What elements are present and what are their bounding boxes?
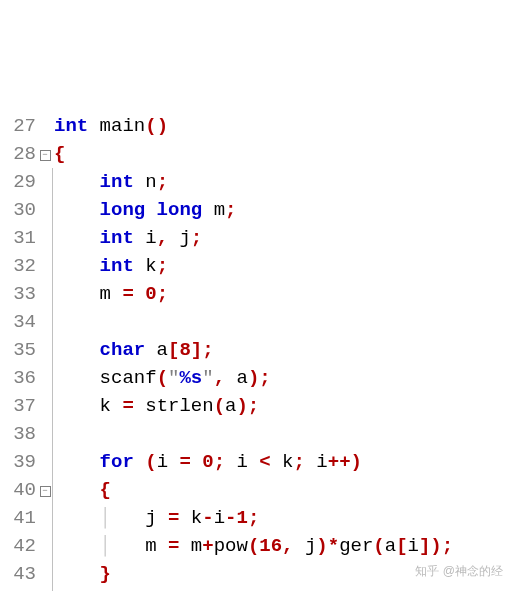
token-punct: ; — [248, 507, 259, 529]
token-str: " — [202, 367, 213, 389]
token-id: m — [179, 535, 202, 557]
token-op: - — [225, 507, 236, 529]
line-number: 37 — [0, 392, 38, 420]
token-id: a — [225, 367, 248, 389]
token-num: 8 — [179, 339, 190, 361]
token-id: main — [88, 115, 145, 137]
fold-guide — [52, 392, 53, 420]
code-content[interactable]: │ m = m+pow(16, j)*ger(a[i]); — [54, 532, 515, 560]
token-op: = — [179, 451, 190, 473]
token-id: m — [202, 199, 225, 221]
token-id — [134, 451, 145, 473]
token-id: j — [111, 507, 168, 529]
collapse-icon[interactable]: − — [40, 150, 51, 161]
fold-guide — [52, 448, 53, 476]
watermark: 知乎 @神念的经 — [415, 557, 503, 585]
fold-gutter[interactable]: − — [38, 140, 52, 168]
token-id: scanf — [54, 367, 157, 389]
token-punct: ) — [316, 535, 327, 557]
fold-guide — [52, 112, 53, 140]
code-content[interactable]: int n; — [54, 168, 515, 196]
token-id — [54, 507, 100, 529]
code-content[interactable]: long long m; — [54, 196, 515, 224]
code-line[interactable]: 40− { — [0, 476, 515, 504]
code-line[interactable]: 32 int k; — [0, 252, 515, 280]
line-number: 33 — [0, 280, 38, 308]
token-op: * — [328, 535, 339, 557]
token-id — [54, 535, 100, 557]
token-fmt: %s — [179, 367, 202, 389]
code-line[interactable]: 28−{ — [0, 140, 515, 168]
token-punct: , — [157, 227, 168, 249]
token-id: pow — [214, 535, 248, 557]
token-punct: , — [214, 367, 225, 389]
code-content[interactable]: { — [54, 140, 515, 168]
token-num: 16 — [259, 535, 282, 557]
token-id: n — [134, 171, 157, 193]
code-content[interactable]: { — [54, 476, 515, 504]
token-id: i — [157, 451, 180, 473]
token-punct: { — [100, 479, 111, 501]
line-number: 30 — [0, 196, 38, 224]
token-id: a — [145, 339, 168, 361]
code-content[interactable]: for (i = 0; i < k; i++) — [54, 448, 515, 476]
token-op: = — [168, 507, 179, 529]
fold-gutter[interactable]: − — [38, 476, 52, 504]
code-line[interactable]: 36 scanf("%s", a); — [0, 364, 515, 392]
code-content[interactable]: k = strlen(a); — [54, 392, 515, 420]
code-editor[interactable]: 27int main()28−{29 int n;30 long long m;… — [0, 112, 515, 591]
code-content[interactable]: m = 0; — [54, 280, 515, 308]
token-id — [54, 339, 100, 361]
line-number: 42 — [0, 532, 38, 560]
code-line[interactable]: 38 — [0, 420, 515, 448]
token-id: k — [134, 255, 157, 277]
code-line[interactable]: 30 long long m; — [0, 196, 515, 224]
code-line[interactable]: 27int main() — [0, 112, 515, 140]
token-punct: ); — [236, 395, 259, 417]
code-line[interactable]: 29 int n; — [0, 168, 515, 196]
code-line[interactable]: 42 │ m = m+pow(16, j)*ger(a[i]); — [0, 532, 515, 560]
token-num: 0 — [145, 283, 156, 305]
token-id: i — [408, 535, 419, 557]
line-number: 34 — [0, 308, 38, 336]
code-content[interactable]: scanf("%s", a); — [54, 364, 515, 392]
token-kw: int — [100, 255, 134, 277]
code-line[interactable]: 31 int i, j; — [0, 224, 515, 252]
token-id: strlen — [134, 395, 214, 417]
token-op: ++ — [328, 451, 351, 473]
code-content[interactable]: char a[8]; — [54, 336, 515, 364]
code-line[interactable]: 37 k = strlen(a); — [0, 392, 515, 420]
token-id: m — [111, 535, 168, 557]
line-number: 39 — [0, 448, 38, 476]
token-id: ger — [339, 535, 373, 557]
line-number: 40 — [0, 476, 38, 504]
token-punct: ]; — [191, 339, 214, 361]
line-number: 36 — [0, 364, 38, 392]
token-punct: ; — [157, 171, 168, 193]
token-punct: ; — [191, 227, 202, 249]
code-line[interactable]: 39 for (i = 0; i < k; i++) — [0, 448, 515, 476]
token-id — [191, 451, 202, 473]
line-number: 28 — [0, 140, 38, 168]
collapse-icon[interactable]: − — [40, 486, 51, 497]
code-content[interactable]: int main() — [54, 112, 515, 140]
fold-guide — [52, 140, 53, 168]
token-id: k — [54, 395, 122, 417]
code-content[interactable]: int i, j; — [54, 224, 515, 252]
code-line[interactable]: 35 char a[8]; — [0, 336, 515, 364]
fold-guide — [52, 532, 53, 560]
code-line[interactable]: 41 │ j = k-i-1; — [0, 504, 515, 532]
code-line[interactable]: 34 — [0, 308, 515, 336]
fold-guide — [52, 252, 53, 280]
token-op: - — [202, 507, 213, 529]
code-line[interactable]: 33 m = 0; — [0, 280, 515, 308]
code-content[interactable]: int k; — [54, 252, 515, 280]
token-id: i — [225, 451, 259, 473]
fold-guide — [52, 364, 53, 392]
token-kw: for — [100, 451, 134, 473]
code-content[interactable]: │ j = k-i-1; — [54, 504, 515, 532]
token-inner-guide: │ — [100, 507, 111, 529]
token-id — [54, 563, 100, 585]
token-punct: ; — [157, 255, 168, 277]
line-number: 29 — [0, 168, 38, 196]
